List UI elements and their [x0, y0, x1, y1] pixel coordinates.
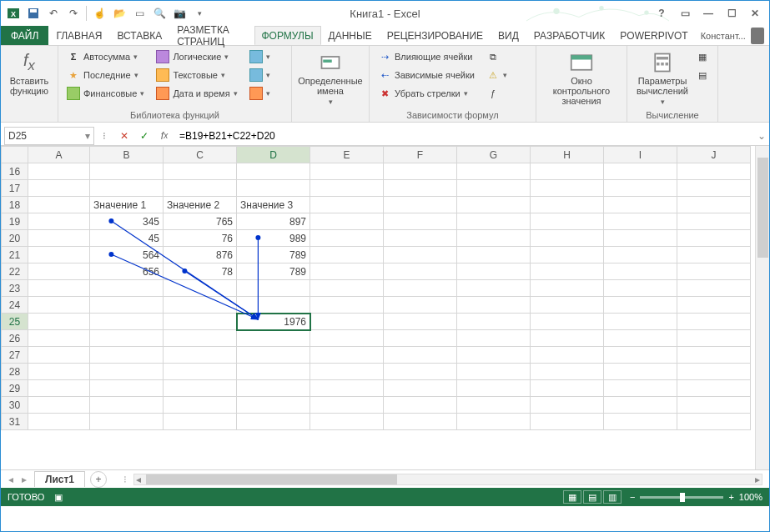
col-header-A[interactable]: A: [28, 147, 90, 163]
cell-F22[interactable]: [384, 263, 457, 280]
sheet-nav[interactable]: ◂▸: [1, 474, 34, 485]
calc-now-button[interactable]: ▦: [692, 48, 712, 66]
cell-I21[interactable]: [604, 247, 677, 263]
tab-split-icon[interactable]: ⁝: [123, 474, 127, 485]
row-header-27[interactable]: 27: [2, 347, 28, 364]
add-sheet-button[interactable]: +: [90, 471, 107, 488]
cell-J23[interactable]: [677, 280, 751, 297]
cell-G21[interactable]: [457, 247, 531, 263]
cell-J22[interactable]: [677, 263, 751, 280]
calc-sheet-button[interactable]: ▤: [692, 66, 712, 84]
cell-A26[interactable]: [28, 330, 90, 347]
help-icon[interactable]: ?: [651, 4, 672, 23]
hscroll-thumb[interactable]: [146, 474, 397, 484]
tab-разметка страниц[interactable]: РАЗМЕТКА СТРАНИЦ: [169, 26, 254, 45]
cell-A21[interactable]: [28, 247, 90, 263]
cell-C26[interactable]: [164, 330, 237, 347]
cell-I27[interactable]: [604, 347, 677, 364]
horizontal-scrollbar[interactable]: ◂ ▸: [133, 474, 762, 485]
cell-G31[interactable]: [457, 414, 531, 430]
cell-A25[interactable]: [28, 314, 90, 330]
cell-G28[interactable]: [457, 364, 531, 380]
cell-C31[interactable]: [164, 414, 237, 430]
cell-B24[interactable]: [90, 297, 164, 314]
row-header-29[interactable]: 29: [2, 380, 28, 397]
cell-C28[interactable]: [164, 364, 237, 380]
cell-G25[interactable]: [457, 314, 531, 330]
cell-G30[interactable]: [457, 397, 531, 414]
col-header-B[interactable]: B: [90, 147, 164, 163]
cell-B25[interactable]: [90, 314, 164, 330]
cell-H24[interactable]: [531, 297, 604, 314]
cell-E25[interactable]: [310, 314, 384, 330]
formula-input[interactable]: [174, 127, 754, 145]
cell-D22[interactable]: 789: [237, 263, 310, 280]
cell-F24[interactable]: [384, 297, 457, 314]
tab-вставка[interactable]: ВСТАВКА: [109, 26, 169, 45]
print-preview-icon[interactable]: 🔍: [150, 4, 169, 23]
cell-D24[interactable]: [237, 297, 310, 314]
cell-D18[interactable]: Значение 3: [237, 197, 310, 213]
cell-I28[interactable]: [604, 364, 677, 380]
cell-D20[interactable]: 989: [237, 230, 310, 247]
cell-J29[interactable]: [677, 380, 751, 397]
cell-G23[interactable]: [457, 280, 531, 297]
name-box[interactable]: D25 ▾: [4, 127, 94, 145]
row-header-18[interactable]: 18: [2, 197, 28, 213]
hscroll-right-icon[interactable]: ▸: [755, 474, 760, 485]
cell-H22[interactable]: [531, 263, 604, 280]
cell-B26[interactable]: [90, 330, 164, 347]
cell-B17[interactable]: [90, 180, 164, 197]
cell-G17[interactable]: [457, 180, 531, 197]
col-header-I[interactable]: I: [604, 147, 677, 163]
cell-E16[interactable]: [310, 163, 384, 180]
cell-I17[interactable]: [604, 180, 677, 197]
macro-record-icon[interactable]: ▣: [54, 492, 63, 503]
view-page-layout-icon[interactable]: ▤: [583, 490, 601, 504]
more-functions-button[interactable]: [246, 84, 274, 103]
row-header-28[interactable]: 28: [2, 364, 28, 380]
cell-A31[interactable]: [28, 414, 90, 430]
row-header-20[interactable]: 20: [2, 230, 28, 247]
row-header-31[interactable]: 31: [2, 414, 28, 430]
cell-J19[interactable]: [677, 213, 751, 230]
cell-B21[interactable]: 564: [90, 247, 164, 263]
view-normal-icon[interactable]: ▦: [563, 490, 581, 504]
cell-F21[interactable]: [384, 247, 457, 263]
cell-H25[interactable]: [531, 314, 604, 330]
cell-F26[interactable]: [384, 330, 457, 347]
cell-E22[interactable]: [310, 263, 384, 280]
cell-J16[interactable]: [677, 163, 751, 180]
cell-C17[interactable]: [164, 180, 237, 197]
cell-E30[interactable]: [310, 397, 384, 414]
cell-H31[interactable]: [531, 414, 604, 430]
touch-mode-icon[interactable]: ☝: [90, 4, 108, 23]
hscroll-left-icon[interactable]: ◂: [136, 474, 141, 485]
cell-C22[interactable]: 78: [164, 263, 237, 280]
financial-button[interactable]: Финансовые: [63, 84, 148, 103]
cell-H19[interactable]: [531, 213, 604, 230]
cell-F18[interactable]: [384, 197, 457, 213]
cell-E17[interactable]: [310, 180, 384, 197]
formula-bar-expand-icon[interactable]: ⌄: [754, 130, 769, 142]
open-icon[interactable]: 📂: [110, 4, 128, 23]
ribbon-options-icon[interactable]: ▭: [674, 4, 696, 23]
cell-A24[interactable]: [28, 297, 90, 314]
trace-dependents-button[interactable]: ⇠Зависимые ячейки: [375, 66, 478, 84]
cell-E29[interactable]: [310, 380, 384, 397]
cell-F23[interactable]: [384, 280, 457, 297]
save-icon[interactable]: [24, 4, 43, 23]
cell-B29[interactable]: [90, 380, 164, 397]
cell-A27[interactable]: [28, 347, 90, 364]
close-icon[interactable]: ✕: [744, 4, 766, 23]
cell-D16[interactable]: [237, 163, 310, 180]
cell-E24[interactable]: [310, 297, 384, 314]
row-header-24[interactable]: 24: [2, 297, 28, 314]
cell-J20[interactable]: [677, 230, 751, 247]
col-header-G[interactable]: G: [457, 147, 531, 163]
cell-G22[interactable]: [457, 263, 531, 280]
minimize-icon[interactable]: —: [697, 4, 719, 23]
camera-icon[interactable]: 📷: [170, 4, 189, 23]
col-header-E[interactable]: E: [310, 147, 384, 163]
cell-I26[interactable]: [604, 330, 677, 347]
